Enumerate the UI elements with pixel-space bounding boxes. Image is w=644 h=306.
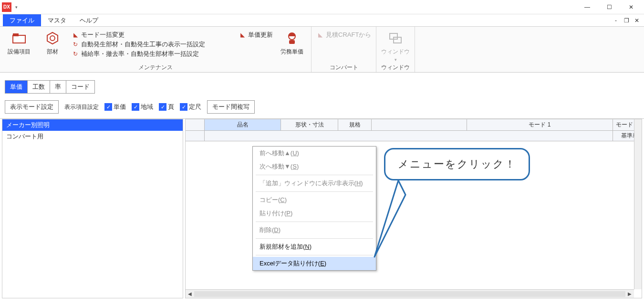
horizontal-scrollbar[interactable]: ◀ ▶ [186,289,634,298]
mode-batch-button[interactable]: ◣モード一括変更 [72,31,205,39]
callout-tail-icon [370,176,408,262]
svg-rect-5 [289,40,295,44]
grid-header-kikaku[interactable]: 規格 [338,119,372,130]
scroll-left-icon[interactable]: ◀ [186,291,194,296]
mode-batch-label: モード一括変更 [81,31,125,39]
grid-header-hinmei[interactable]: 品名 [205,119,281,130]
svg-marker-8 [374,180,405,257]
menu-separator [256,222,373,222]
mdi-restore-button[interactable]: ❐ [622,17,631,24]
check-icon: ✓ [159,103,166,111]
roumu-label: 労務単価 [280,48,303,56]
scroll-track[interactable] [194,291,625,297]
mdi-close-button[interactable]: ✕ [633,17,641,24]
quick-access-toolbar: ▾ [15,5,18,10]
convert-group-label: コンバート [316,63,371,72]
menu-separator [256,191,373,192]
worker-icon [285,32,299,45]
window-group-label: ウィンドウ [381,63,410,72]
maintenance-group-label: メンテナンス [5,63,306,72]
menu-add-new[interactable]: 新規部材を追加(N) [253,240,376,253]
tag-icon: ◣ [72,31,79,39]
ribbon-group-maintenance: 設備項目 部材 ◣モード一括変更 ↻自動発生部材・自動発生工事の表示一括設定 ↻… [0,27,312,72]
check-icon: ✓ [104,103,112,111]
window-maximize-button[interactable]: ☐ [598,0,620,14]
maintenance-list: ◣モード一括変更 ↻自動発生部材・自動発生工事の表示一括設定 ↻補給率・撤去率・… [72,28,205,58]
grid-header-mode1[interactable]: モード 1 [467,119,613,130]
grid-header-blank [186,119,205,130]
check-tanka-text: 単価 [114,103,126,111]
check-teishaku-text: 定尺 [189,103,201,111]
menu-copy[interactable]: コピー(C) [253,193,376,207]
check-icon: ✓ [132,103,139,111]
menu-show-hide[interactable]: 「追加」ウィンドウに表示/非表示(H) [253,177,376,190]
svg-rect-1 [13,33,19,36]
ribbon: 設備項目 部材 ◣モード一括変更 ↻自動発生部材・自動発生工事の表示一括設定 ↻… [0,27,644,73]
window-btn-label: ウィンドウ▾ [381,48,410,63]
check-icon: ✓ [180,103,187,111]
buzai-label: 部材 [47,48,58,56]
menu-delete[interactable]: 削除(D) [253,223,376,237]
menu-prev[interactable]: 前へ移動▲(U) [253,147,376,160]
hokyuu-button[interactable]: ↻補給率・撤去率・自動発生部材率一括設定 [72,50,205,58]
auto-buzai-label: 自動発生部材・自動発生工事の表示一括設定 [81,40,205,49]
check-teishaku[interactable]: ✓定尺 [180,103,201,111]
category-tree[interactable]: メーカー別照明 コンバート用 [2,119,183,298]
qat-dropdown-icon[interactable]: ▾ [15,5,18,10]
nut-icon [46,32,59,45]
tab-help[interactable]: ヘルプ [73,14,105,26]
seg-ritsu[interactable]: 率 [50,81,66,93]
check-chiiki-text: 地域 [141,103,153,111]
display-mode-button[interactable]: 表示モード設定 [5,100,59,114]
check-chiiki[interactable]: ✓地域 [132,103,153,111]
tanka-update-label: 単価更新 [248,31,273,39]
window-minimize-button[interactable]: — [576,0,598,14]
window-button[interactable]: ウィンドウ▾ [381,28,410,63]
mdi-window-controls: - ❐ ✕ [612,14,644,26]
ribbon-group-convert: ◣見積CRAFTから コンバート [312,27,376,72]
menu-excel-paste[interactable]: Excelデータ貼り付け(E) [253,257,376,270]
tanka-update-button[interactable]: ◣単価更新 [239,31,273,39]
filter-bar: 単価 工数 率 コード [0,73,644,97]
tree-row-maker[interactable]: メーカー別照明 [2,119,183,131]
grid-header-spacer1 [372,119,467,130]
view-segment: 単価 工数 率 コード [5,80,95,94]
mode-copy-button[interactable]: モード間複写 [207,100,255,114]
equipment-item-button[interactable]: 設備項目 [5,28,33,56]
check-page[interactable]: ✓頁 [159,103,174,111]
roumu-button[interactable]: 労務単価 [278,28,306,56]
folder-icon [12,33,26,43]
menu-paste[interactable]: 貼り付け(P) [253,207,376,220]
tag-icon: ◣ [239,31,246,39]
buzai-button[interactable]: 部材 [38,28,67,56]
mdi-minimize-button[interactable]: - [612,17,620,24]
vertical-scrollbar[interactable] [634,119,642,289]
seg-kousuu[interactable]: 工数 [28,81,50,93]
tab-file[interactable]: ファイル [3,14,41,26]
app-icon: DX [2,2,11,12]
mitsumori-craft-button[interactable]: ◣見積CRAFTから [316,31,371,39]
menu-separator [256,175,373,175]
window-close-button[interactable]: ✕ [620,0,642,14]
check-tanka[interactable]: ✓単価 [104,103,126,111]
tag-icon: ◣ [316,31,324,39]
refresh-icon: ↻ [72,50,79,58]
display-item-label: 表示項目設定 [64,103,99,111]
instruction-callout: メニューをクリック！ [384,148,530,180]
auto-buzai-button[interactable]: ↻自動発生部材・自動発生工事の表示一括設定 [72,40,205,49]
seg-tanka[interactable]: 単価 [5,81,28,93]
grid-subheader-row: 基準単 [186,131,642,141]
tree-row-convert[interactable]: コンバート用 [2,131,183,142]
settings-bar: 表示モード設定 表示項目設定 ✓単価 ✓地域 ✓頁 ✓定尺 モード間複写 [0,97,644,118]
check-page-text: 頁 [168,103,174,111]
tanka-update-col: ◣単価更新 [239,28,273,39]
scroll-right-icon[interactable]: ▶ [625,291,634,296]
seg-code[interactable]: コード [66,81,94,93]
tab-master[interactable]: マスタ [41,14,73,26]
context-menu: 前へ移動▲(U) 次へ移動▼(S) 「追加」ウィンドウに表示/非表示(H) コピ… [252,146,376,271]
grid-header-keijou[interactable]: 形状・寸法 [281,119,338,130]
ribbon-group-window: ウィンドウ▾ ウィンドウ [376,27,415,72]
menu-next[interactable]: 次へ移動▼(S) [253,160,376,173]
menu-separator [256,255,373,255]
svg-rect-0 [13,35,25,43]
